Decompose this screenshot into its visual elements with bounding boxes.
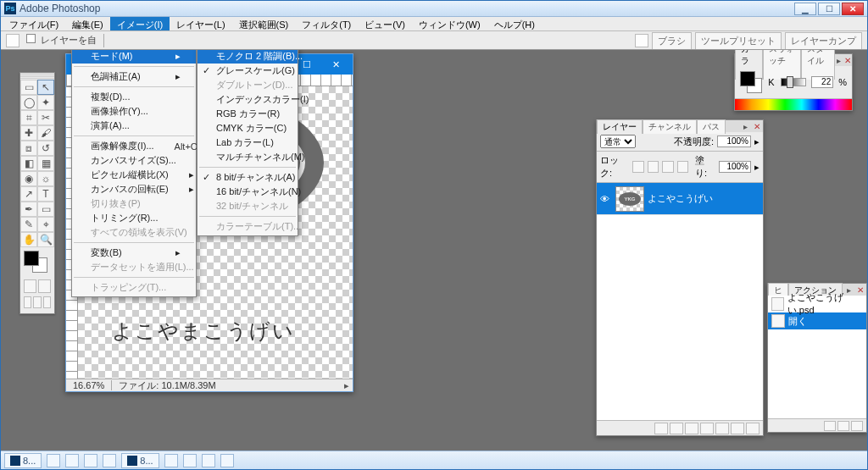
slider-thumb[interactable]: [787, 76, 793, 88]
minimize-button[interactable]: ▁: [794, 3, 816, 15]
menu-canvas-size[interactable]: カンバスサイズ(S)...Alt+Ctrl+C: [72, 153, 196, 168]
layer-mask-icon[interactable]: [685, 423, 698, 434]
visibility-eye-icon[interactable]: 👁: [597, 194, 612, 204]
blend-mode-select[interactable]: 通常: [600, 135, 636, 148]
palette-menu-icon[interactable]: ▸: [835, 55, 843, 65]
tool-stamp[interactable]: ⧈: [20, 141, 37, 156]
tool-blur[interactable]: ◉: [20, 171, 37, 186]
menu-trim[interactable]: トリミング(R)...: [72, 211, 196, 225]
mode-bitmap[interactable]: モノクロ 2 階調(B)...: [198, 50, 298, 64]
layers-close-icon[interactable]: ✕: [751, 121, 763, 131]
tool-marquee[interactable]: ▭: [20, 80, 37, 95]
layer-name[interactable]: よこやこうげい: [648, 192, 713, 205]
menu-view[interactable]: ビュー(V): [358, 17, 412, 30]
k-value[interactable]: 22: [811, 76, 833, 88]
doc-close-button[interactable]: ✕: [324, 57, 348, 72]
mode-lab[interactable]: Lab カラー(L): [198, 135, 298, 150]
taskbar-item-2[interactable]: 8...: [121, 453, 159, 468]
tool-type[interactable]: T: [37, 186, 54, 202]
tool-wand[interactable]: ✦: [37, 95, 54, 110]
tool-hand[interactable]: ✋: [20, 232, 37, 247]
taskbar-thumb-2[interactable]: [65, 454, 79, 467]
menu-calculations[interactable]: 演算(A)...: [72, 119, 196, 133]
mode-16bit[interactable]: 16 bit/チャンネル(N): [198, 185, 298, 199]
menu-image-size[interactable]: 画像解像度(I)...Alt+Ctrl+I: [72, 139, 196, 153]
layer-list[interactable]: 👁 YKG よこやこうげい: [597, 183, 763, 420]
new-doc-from-state-icon[interactable]: [837, 421, 849, 431]
mode-indexed[interactable]: インデックスカラー(I): [198, 92, 298, 107]
tool-crop[interactable]: ⌗: [20, 110, 37, 125]
menu-rotate-canvas[interactable]: カンバスの回転(E)▸: [72, 182, 196, 196]
status-menu-arrow-icon[interactable]: ▸: [341, 380, 353, 391]
tool-eraser[interactable]: ◧: [20, 156, 37, 171]
menu-layer[interactable]: レイヤー(L): [170, 17, 231, 30]
menu-pixel-aspect[interactable]: ピクセル縦横比(X)▸: [72, 168, 196, 182]
quickmask-toggle[interactable]: [20, 278, 54, 295]
taskbar-thumb-8[interactable]: [220, 454, 234, 467]
lock-pixels-icon[interactable]: [648, 161, 659, 173]
tool-zoom[interactable]: 🔍: [37, 232, 54, 247]
taskbar-thumb-6[interactable]: [183, 454, 197, 467]
menu-file[interactable]: ファイル(F): [3, 17, 65, 30]
opacity-arrow-icon[interactable]: ▸: [754, 136, 760, 147]
tool-pen[interactable]: ✒: [20, 202, 37, 217]
link-layers-icon[interactable]: [654, 423, 668, 434]
taskbar-thumb-3[interactable]: [84, 454, 97, 467]
taskbar-thumb-7[interactable]: [202, 454, 215, 467]
history-source-row[interactable]: よこやこうげい.psd: [768, 296, 866, 312]
tab-channels[interactable]: チャンネル: [643, 119, 697, 134]
tool-history-brush[interactable]: ↺: [37, 141, 54, 156]
color-fgbg[interactable]: [740, 71, 762, 93]
tool-path[interactable]: ↗: [20, 186, 37, 202]
close-button[interactable]: ✕: [842, 3, 864, 15]
taskbar-thumb-5[interactable]: [164, 454, 178, 467]
menu-adjustments[interactable]: 色調補正(A)▸: [72, 69, 196, 84]
menu-select[interactable]: 選択範囲(S): [232, 17, 296, 30]
color-fg-swatch[interactable]: [740, 71, 755, 86]
spectrum-bar[interactable]: [735, 98, 852, 110]
mode-cmyk[interactable]: CMYK カラー(C): [198, 121, 298, 135]
menu-image[interactable]: イメージ(I): [110, 17, 170, 30]
layer-style-icon[interactable]: [670, 423, 683, 434]
color-swatches[interactable]: [20, 247, 54, 278]
menu-filter[interactable]: フィルタ(T): [295, 17, 358, 30]
palette-toggle-icon[interactable]: [635, 34, 648, 47]
fill-arrow-icon[interactable]: ▸: [754, 162, 760, 173]
toolbox-grip[interactable]: [20, 73, 54, 80]
checkbox-icon[interactable]: [26, 34, 36, 43]
tool-slice[interactable]: ✂: [37, 110, 54, 125]
menu-edit[interactable]: 編集(E): [65, 17, 110, 30]
tab-history[interactable]: ヒ: [768, 283, 788, 297]
tab-paths[interactable]: パス: [697, 119, 726, 134]
auto-select-group[interactable]: レイヤーを自: [26, 34, 97, 47]
file-size[interactable]: ファイル: 10.1M/8.39M: [112, 379, 222, 392]
tool-eyedropper[interactable]: ⌖: [37, 217, 54, 232]
tool-gradient[interactable]: ▦: [37, 156, 54, 171]
tool-shape[interactable]: ▭: [37, 202, 54, 217]
tab-layer-comps[interactable]: レイヤーカンプ: [785, 32, 862, 49]
taskbar-item-1[interactable]: 8...: [4, 453, 42, 468]
opacity-value[interactable]: 100%: [717, 135, 751, 147]
tool-move[interactable]: ↖: [37, 80, 54, 95]
tab-layers[interactable]: レイヤー: [597, 119, 643, 134]
delete-state-icon[interactable]: [851, 421, 863, 431]
lock-all-icon[interactable]: [677, 161, 688, 173]
menu-help[interactable]: ヘルプ(H): [487, 17, 542, 30]
tool-lasso[interactable]: ◯: [20, 95, 37, 110]
menu-variables[interactable]: 変数(B)▸: [72, 246, 196, 260]
taskbar-thumb-4[interactable]: [103, 454, 116, 467]
tool-brush[interactable]: 🖌: [37, 125, 54, 141]
mode-rgb[interactable]: RGB カラー(R): [198, 107, 298, 121]
layers-menu-icon[interactable]: ▸: [739, 121, 751, 131]
lock-position-icon[interactable]: [662, 161, 673, 173]
mode-multichannel[interactable]: マルチチャンネル(M): [198, 150, 298, 164]
lock-transparent-icon[interactable]: [632, 161, 643, 173]
mode-8bit[interactable]: ✓8 bit/チャンネル(A): [198, 170, 298, 185]
mode-grayscale[interactable]: ✓グレースケール(G): [198, 64, 298, 78]
menu-duplicate[interactable]: 複製(D)...: [72, 90, 196, 104]
tab-brushes[interactable]: ブラシ: [652, 32, 692, 49]
layer-row[interactable]: 👁 YKG よこやこうげい: [597, 183, 763, 215]
zoom-level[interactable]: 16.67%: [66, 380, 112, 390]
new-group-icon[interactable]: [700, 423, 714, 434]
layer-thumbnail[interactable]: YKG: [615, 186, 644, 212]
